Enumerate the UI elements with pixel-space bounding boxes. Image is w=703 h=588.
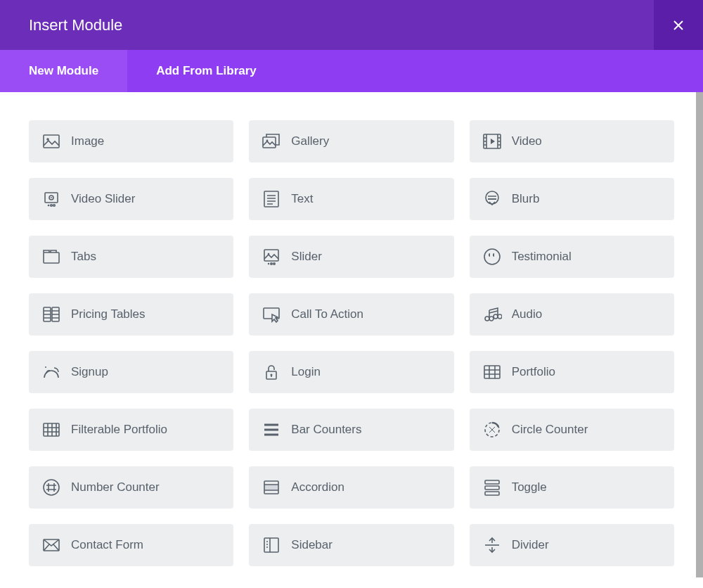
module-testimonial[interactable]: Testimonial [470,236,674,278]
accordion-icon [262,478,281,497]
module-pricing-tables[interactable]: Pricing Tables [29,293,233,335]
image-icon [41,132,61,151]
module-tabs[interactable]: Tabs [29,236,233,278]
module-label: Video [512,134,542,148]
filterable-portfolio-icon [41,420,61,440]
tab-label: New Module [29,64,98,78]
module-label: Number Counter [71,480,160,494]
tab-bar: New ModuleAdd From Library [0,50,703,92]
module-label: Audio [512,307,542,321]
video-icon [482,132,502,151]
module-label: Blurb [512,192,540,206]
call-to-action-icon [262,305,281,324]
divider-icon [482,535,502,555]
module-label: Filterable Portfolio [71,423,167,437]
tab-new-module[interactable]: New Module [0,50,127,92]
module-label: Login [291,365,321,379]
module-label: Gallery [291,134,329,148]
signup-icon [41,362,61,382]
module-circle-counter[interactable]: Circle Counter [470,409,674,451]
module-label: Circle Counter [512,423,588,437]
module-text[interactable]: Text [249,178,453,220]
tab-label: Add From Library [156,64,257,78]
slider-icon [262,247,281,267]
module-signup[interactable]: Signup [29,351,233,393]
bar-counters-icon [262,420,281,440]
module-label: Divider [512,538,549,552]
module-audio[interactable]: Audio [470,293,674,335]
module-accordion[interactable]: Accordion [249,466,453,509]
module-number-counter[interactable]: Number Counter [29,466,233,509]
module-label: Bar Counters [291,423,361,437]
module-list: ImageGalleryVideoVideo SliderTextBlurbTa… [0,92,703,588]
module-video[interactable]: Video [470,120,674,162]
contact-form-icon [41,535,61,555]
module-label: Signup [71,365,108,379]
modal-title: Insert Module [29,16,122,34]
module-label: Tabs [71,250,96,264]
number-counter-icon [41,478,61,497]
toggle-icon [482,478,502,497]
module-contact-form[interactable]: Contact Form [29,524,233,566]
module-slider[interactable]: Slider [249,236,453,278]
module-label: Video Slider [71,192,135,206]
pricing-tables-icon [41,305,61,324]
module-sidebar[interactable]: Sidebar [249,524,453,566]
gallery-icon [262,132,281,151]
module-label: Pricing Tables [71,307,146,321]
sidebar-icon [262,535,281,555]
module-toggle[interactable]: Toggle [470,466,674,509]
module-label: Contact Form [71,538,143,552]
close-icon [673,20,684,31]
module-divider[interactable]: Divider [470,524,674,566]
module-video-slider[interactable]: Video Slider [29,178,233,220]
portfolio-icon [482,362,502,382]
module-label: Text [291,192,313,206]
testimonial-icon [482,247,502,267]
close-button[interactable] [654,0,703,50]
scrollbar[interactable] [696,92,703,577]
module-label: Image [71,134,104,148]
module-label: Slider [291,250,321,264]
tabs-icon [41,247,61,267]
module-label: Call To Action [291,307,363,321]
circle-counter-icon [482,420,502,440]
module-label: Sidebar [291,538,333,552]
module-filterable-portfolio[interactable]: Filterable Portfolio [29,409,233,451]
login-icon [262,362,281,382]
module-portfolio[interactable]: Portfolio [470,351,674,393]
module-blurb[interactable]: Blurb [470,178,674,220]
text-icon [262,189,281,209]
tab-add-from-library[interactable]: Add From Library [127,50,285,92]
module-gallery[interactable]: Gallery [249,120,453,162]
module-bar-counters[interactable]: Bar Counters [249,409,453,451]
module-label: Accordion [291,480,344,494]
module-call-to-action[interactable]: Call To Action [249,293,453,335]
module-label: Toggle [512,480,547,494]
audio-icon [482,305,502,324]
module-label: Portfolio [512,365,555,379]
blurb-icon [482,189,502,209]
module-login[interactable]: Login [249,351,453,393]
video-slider-icon [41,189,61,209]
module-label: Testimonial [512,250,572,264]
module-image[interactable]: Image [29,120,233,162]
modal-header: Insert Module [0,0,703,50]
